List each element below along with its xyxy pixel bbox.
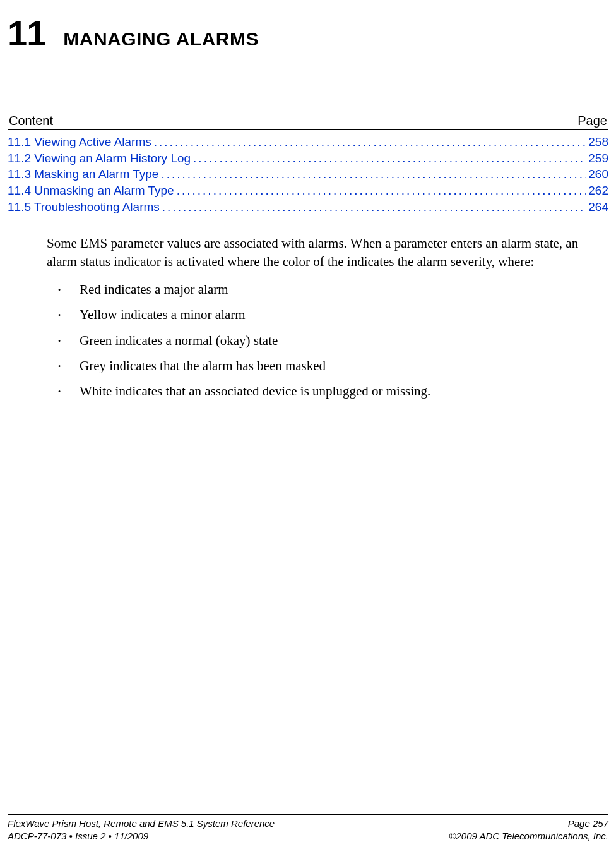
toc-leader-dots bbox=[162, 199, 586, 215]
footer-doc-title: FlexWave Prism Host, Remote and EMS 5.1 … bbox=[8, 817, 275, 830]
toc-page: 259 bbox=[588, 150, 608, 167]
toc-row[interactable]: 11.5 Troubleshooting Alarms 264 bbox=[8, 199, 608, 215]
chapter-number: 11 bbox=[8, 13, 45, 54]
footer-copyright: ©2009 ADC Telecommunications, Inc. bbox=[449, 830, 608, 843]
toc-label: 11.2 Viewing an Alarm History Log bbox=[8, 150, 191, 167]
toc-header-page: Page bbox=[578, 114, 607, 128]
toc-leader-dots bbox=[154, 134, 586, 150]
toc-label: 11.4 Unmasking an Alarm Type bbox=[8, 183, 174, 199]
section-rule-bottom bbox=[8, 220, 608, 220]
toc-leader-dots bbox=[161, 166, 586, 183]
section-rule-top bbox=[8, 92, 608, 92]
toc-header-content: Content bbox=[9, 114, 53, 128]
toc-header-row: Content Page bbox=[8, 114, 608, 128]
toc-row[interactable]: 11.3 Masking an Alarm Type 260 bbox=[8, 166, 608, 183]
toc-page: 262 bbox=[588, 183, 608, 199]
toc-label: 11.3 Masking an Alarm Type bbox=[8, 166, 158, 183]
intro-paragraph: Some EMS parameter values are associated… bbox=[47, 234, 608, 270]
footer-doc-id: ADCP-77-073 • Issue 2 • 11/2009 bbox=[8, 830, 275, 843]
toc-page: 264 bbox=[588, 199, 608, 215]
list-item: White indicates that an associated devic… bbox=[58, 382, 597, 400]
toc-leader-dots bbox=[177, 183, 586, 199]
toc-label: 11.5 Troubleshooting Alarms bbox=[8, 199, 160, 215]
toc-page: 260 bbox=[588, 166, 608, 183]
list-item: Green indicates a normal (okay) state bbox=[58, 332, 597, 349]
list-item: Red indicates a major alarm bbox=[58, 280, 597, 298]
toc-row[interactable]: 11.1 Viewing Active Alarms 258 bbox=[8, 134, 608, 150]
chapter-header: 11 MANAGING ALARMS bbox=[8, 13, 608, 54]
chapter-title: MANAGING ALARMS bbox=[63, 28, 259, 50]
bullet-list: Red indicates a major alarm Yellow indic… bbox=[58, 280, 608, 400]
toc-row[interactable]: 11.2 Viewing an Alarm History Log 259 bbox=[8, 150, 608, 167]
list-item: Grey indicates that the alarm has been m… bbox=[58, 357, 597, 375]
toc-row[interactable]: 11.4 Unmasking an Alarm Type 262 bbox=[8, 183, 608, 199]
footer-page-number: Page 257 bbox=[449, 817, 608, 830]
toc-page: 258 bbox=[588, 134, 608, 150]
toc-leader-dots bbox=[193, 150, 586, 167]
toc-body: 11.1 Viewing Active Alarms 258 11.2 View… bbox=[8, 129, 608, 215]
page-footer: FlexWave Prism Host, Remote and EMS 5.1 … bbox=[8, 814, 608, 843]
list-item: Yellow indicates a minor alarm bbox=[58, 306, 597, 323]
toc-label: 11.1 Viewing Active Alarms bbox=[8, 134, 151, 150]
